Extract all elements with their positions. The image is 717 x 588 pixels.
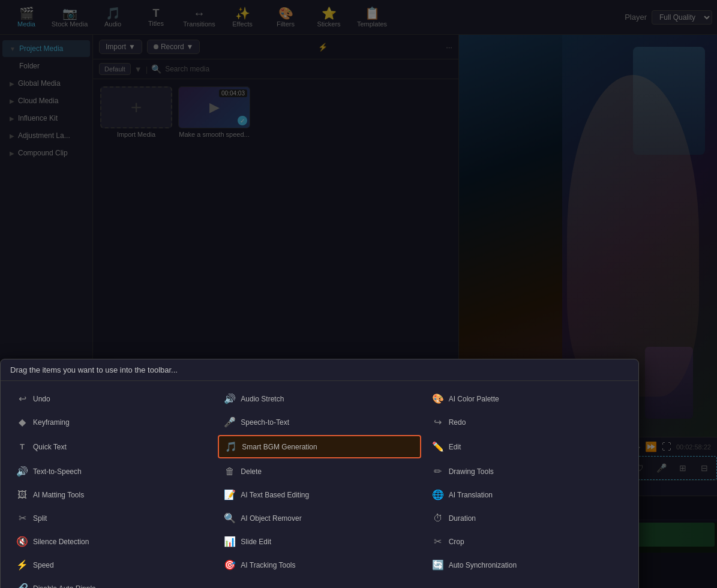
custom-text-to-speech[interactable]: 🔊 Text-to-Speech [10, 461, 213, 482]
custom-quick-text[interactable]: T Quick Text [10, 435, 213, 458]
custom-slide-edit[interactable]: 📊 Slide Edit [218, 531, 421, 552]
color-palette-icon: 🎨 [432, 393, 444, 404]
quick-text-icon: T [16, 442, 28, 451]
translation-icon: 🌐 [432, 489, 444, 500]
tts-cust-icon: 🔊 [16, 466, 28, 477]
custom-ai-translation[interactable]: 🌐 AI Translation [426, 484, 629, 505]
custom-speech-to-text[interactable]: 🎤 Speech-to-Text [218, 412, 421, 433]
split-icon: ✂ [16, 512, 28, 524]
undo-icon: ↩ [16, 393, 28, 404]
silence-icon: 🔇 [16, 536, 28, 547]
crop-icon: ✂ [432, 536, 444, 547]
speed-icon: ⚡ [16, 559, 28, 571]
keyframing-icon: ◆ [16, 416, 28, 428]
object-remover-icon: 🔍 [224, 512, 236, 524]
drawing-icon: ✏ [432, 466, 444, 477]
custom-smart-bgm[interactable]: 🎵 Smart BGM Generation [218, 435, 421, 458]
toolbar-custom-header: Drag the items you want to use into the … [1, 359, 638, 381]
custom-split[interactable]: ✂ Split [10, 508, 213, 529]
redo-icon: ↪ [432, 416, 444, 428]
custom-ai-matting[interactable]: 🖼 AI Matting Tools [10, 484, 213, 505]
custom-auto-sync[interactable]: 🔄 Auto Synchronization [426, 554, 629, 575]
custom-ai-object-remover[interactable]: 🔍 AI Object Remover [218, 508, 421, 529]
custom-delete[interactable]: 🗑 Delete [218, 461, 421, 482]
tracking-icon: 🎯 [224, 559, 236, 571]
toolbar-custom-grid: ↩ Undo 🔊 Audio Stretch 🎨 AI Color Palett… [1, 381, 638, 588]
bgm-icon: 🎵 [225, 441, 237, 452]
edit-icon: ✏️ [432, 441, 444, 452]
audio-stretch-icon: 🔊 [224, 393, 236, 404]
custom-crop[interactable]: ✂ Crop [426, 531, 629, 552]
custom-edit[interactable]: ✏️ Edit [426, 435, 629, 458]
custom-keyframing[interactable]: ◆ Keyframing [10, 412, 213, 433]
text-editing-icon: 📝 [224, 489, 236, 500]
custom-ai-color-palette[interactable]: 🎨 AI Color Palette [426, 388, 629, 409]
custom-audio-stretch[interactable]: 🔊 Audio Stretch [218, 388, 421, 409]
duration-icon: ⏱ [432, 513, 444, 524]
matting-icon: 🖼 [16, 490, 28, 500]
custom-silence-detection[interactable]: 🔇 Silence Detection [10, 531, 213, 552]
custom-redo[interactable]: ↪ Redo [426, 412, 629, 433]
custom-undo[interactable]: ↩ Undo [10, 388, 213, 409]
custom-disable-auto-ripple[interactable]: 🔗 Disable Auto Ripple [10, 578, 213, 588]
delete-icon: 🗑 [224, 466, 236, 477]
auto-ripple-icon: 🔗 [16, 583, 28, 588]
auto-sync-icon: 🔄 [432, 559, 444, 571]
custom-drawing-tools[interactable]: ✏ Drawing Tools [426, 461, 629, 482]
custom-ai-tracking[interactable]: 🎯 AI Tracking Tools [218, 554, 421, 575]
custom-speed[interactable]: ⚡ Speed [10, 554, 213, 575]
toolbar-customization-panel: Drag the items you want to use into the … [0, 359, 639, 588]
stt-icon: 🎤 [224, 416, 236, 428]
custom-ai-text-editing[interactable]: 📝 AI Text Based Editing [218, 484, 421, 505]
slide-edit-icon: 📊 [224, 536, 236, 547]
custom-duration[interactable]: ⏱ Duration [426, 508, 629, 529]
